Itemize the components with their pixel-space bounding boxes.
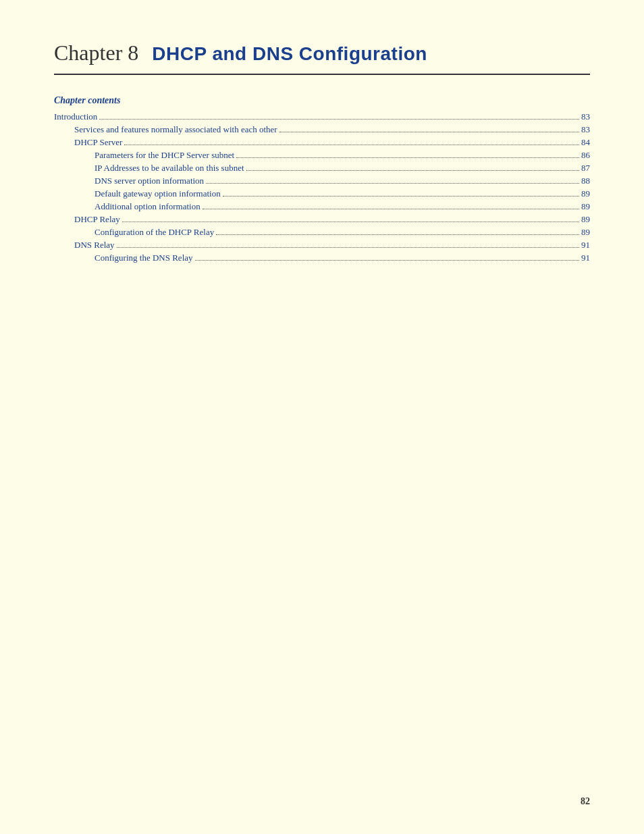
- toc-entry-dots: [236, 157, 579, 158]
- toc-entry: Configuring the DNS Relay91: [54, 253, 590, 263]
- chapter-header: Chapter 8 DHCP and DNS Configuration: [54, 41, 590, 75]
- toc-entry-page: 88: [581, 176, 590, 186]
- toc-entries: Introduction83Services and features norm…: [54, 111, 590, 263]
- toc-entry-dots: [206, 183, 579, 184]
- toc-entry-dots: [246, 170, 579, 171]
- toc-entry-dots: [216, 234, 579, 235]
- chapter-label: Chapter 8: [54, 41, 138, 66]
- toc-entry: DHCP Server84: [54, 137, 590, 148]
- chapter-title: DHCP and DNS Configuration: [152, 43, 427, 65]
- toc-entry-dots: [195, 260, 579, 261]
- page: Chapter 8 DHCP and DNS Configuration Cha…: [0, 0, 644, 834]
- toc-entry-text: DHCP Relay: [74, 214, 120, 225]
- chapter-contents-heading: Chapter contents: [54, 95, 590, 106]
- toc-entry: IP Addresses to be available on this sub…: [54, 163, 590, 174]
- toc-entry-dots: [117, 247, 579, 248]
- toc-entry-text: Introduction: [54, 111, 97, 122]
- toc-entry-dots: [124, 145, 579, 145]
- toc-entry-page: 89: [581, 201, 590, 212]
- toc-entry-text: Services and features normally associate…: [74, 124, 277, 135]
- toc-entry-text: DNS Relay: [74, 240, 115, 251]
- toc-entry: Default gateway option information89: [54, 188, 590, 199]
- toc-entry: DNS server option information88: [54, 176, 590, 186]
- toc-entry-text: DHCP Server: [74, 137, 122, 148]
- toc-entry-page: 87: [581, 163, 590, 174]
- toc-entry-page: 84: [581, 137, 590, 148]
- toc-entry-text: Parameters for the DHCP Server subnet: [95, 150, 234, 161]
- toc-entry-page: 83: [581, 111, 590, 122]
- toc-entry-dots: [279, 132, 579, 132]
- toc-entry-dots: [203, 209, 579, 209]
- toc-entry-page: 89: [581, 214, 590, 225]
- toc-entry-page: 89: [581, 188, 590, 199]
- toc-entry-dots: [122, 221, 579, 222]
- toc-entry: Introduction83: [54, 111, 590, 122]
- toc-entry-page: 91: [581, 253, 590, 263]
- toc-entry: DNS Relay91: [54, 240, 590, 251]
- toc-entry: Additional option information89: [54, 201, 590, 212]
- toc-entry-text: DNS server option information: [95, 176, 204, 186]
- table-of-contents: Chapter contents Introduction83Services …: [54, 95, 590, 263]
- toc-entry-text: Configuration of the DHCP Relay: [95, 227, 214, 238]
- toc-entry-text: Configuring the DNS Relay: [95, 253, 193, 263]
- page-number: 82: [581, 796, 590, 807]
- toc-entry: Services and features normally associate…: [54, 124, 590, 135]
- toc-entry-text: IP Addresses to be available on this sub…: [95, 163, 244, 174]
- toc-entry-dots: [223, 196, 579, 197]
- toc-entry-page: 86: [581, 150, 590, 161]
- toc-entry-page: 89: [581, 227, 590, 238]
- toc-entry-dots: [99, 119, 579, 120]
- toc-entry: Parameters for the DHCP Server subnet86: [54, 150, 590, 161]
- toc-entry-page: 91: [581, 240, 590, 251]
- toc-entry-text: Additional option information: [95, 201, 200, 212]
- toc-entry-page: 83: [581, 124, 590, 135]
- toc-entry: DHCP Relay89: [54, 214, 590, 225]
- toc-entry: Configuration of the DHCP Relay89: [54, 227, 590, 238]
- toc-entry-text: Default gateway option information: [95, 188, 221, 199]
